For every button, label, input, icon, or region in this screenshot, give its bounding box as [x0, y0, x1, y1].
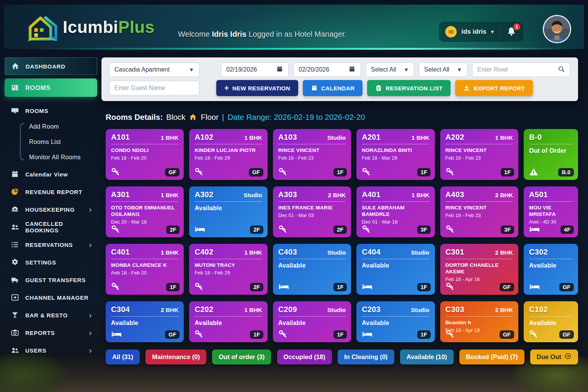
room-search[interactable]: [472, 62, 570, 77]
room-card-c401[interactable]: C401 1 BHK MONBA CLARENCE K Aeb 18 - Feb…: [106, 244, 184, 295]
status-filter-due-out[interactable]: Due Out: [530, 350, 578, 364]
block-select[interactable]: Select All ▼: [366, 62, 414, 77]
sidebar-item-rooms[interactable]: ROOMS: [5, 78, 97, 97]
sidebar-item-users[interactable]: USERS ›: [5, 342, 97, 359]
new-reservation-button[interactable]: + NEW RESERVATION: [216, 80, 298, 96]
room-card-footer: 2F: [278, 225, 347, 234]
sidebar-item-revenue-report[interactable]: REVENUE REPORT: [5, 183, 97, 200]
chevron-right-icon: ›: [89, 205, 92, 214]
room-card-header: A403 2 BHK: [446, 190, 513, 202]
reservation-list-button[interactable]: RESERVATION LIST: [367, 80, 451, 96]
room-card-a103[interactable]: A103 Studio RINCE VINCENT Feb 18 - Feb 2…: [273, 129, 351, 180]
sidebar-item-monitor-all-rooms[interactable]: Monitor All Rooms: [5, 150, 97, 165]
calendar-button[interactable]: CALENDAR: [303, 80, 363, 96]
room-card-c301[interactable]: C301 2 BHK DORTOR CHANELLE AKEME Feb 18 …: [440, 244, 518, 295]
chevron-down-icon: ▾: [491, 28, 494, 35]
room-card-a302[interactable]: A302 Studio Available 2F: [189, 186, 267, 237]
date-from-value: 02/19/2026: [226, 66, 257, 73]
notification-bell[interactable]: 1: [506, 26, 517, 37]
room-search-input[interactable]: [477, 66, 555, 73]
floor-badge: 3F: [501, 225, 514, 234]
pipe-separator: |: [222, 113, 224, 122]
room-card-c404[interactable]: C404 Studio Available 1F: [356, 244, 434, 295]
block-select-value: Select All: [371, 66, 396, 73]
room-card-a101[interactable]: A101 1 BHK CONDO NDOLI Feb 18 - Feb 20 G…: [106, 129, 184, 180]
status-filter-label: Maintenance (0): [152, 353, 200, 361]
user-name: ids idris: [461, 28, 486, 36]
rooms-submenu: Add Room Rooms List Monitor All Rooms: [5, 119, 97, 165]
sidebar-item-housekeeping[interactable]: HOUSEKEEPING ›: [5, 201, 97, 218]
user-avatar[interactable]: [543, 15, 571, 43]
room-card-c102[interactable]: C102 Available GF: [524, 301, 578, 342]
sidebar-item-rooms[interactable]: ROOMS: [5, 102, 97, 119]
status-filter-occupied-18[interactable]: Occupied (18): [277, 350, 332, 364]
room-card-footer: 4F: [529, 225, 574, 234]
room-card-footer: 1F: [278, 167, 347, 176]
room-card-a301[interactable]: A301 1 BHK OTO TOBOR EMMANUEL OSILAMAI1 …: [106, 186, 184, 237]
status-filter-label: Available (10): [407, 353, 447, 361]
room-card-c203[interactable]: C203 Studio Available 1F: [356, 301, 434, 342]
room-number: C404: [362, 248, 381, 256]
guest-name-field[interactable]: [109, 81, 199, 95]
status-filter-maintenance-0[interactable]: Maintenance (0): [145, 350, 206, 364]
floor-badge: GF: [559, 330, 574, 339]
floor-badge: 2F: [166, 225, 180, 234]
sidebar-item-dashboard[interactable]: DASHBOARD: [5, 57, 97, 75]
sidebar-item-add-room[interactable]: Add Room: [5, 119, 97, 134]
status-filter-out-of-order-3[interactable]: Out of order (3): [212, 350, 271, 364]
user-menu[interactable]: ✉ ids idris ▾ 1: [439, 21, 524, 42]
sidebar-item-settings[interactable]: SETTINGS: [5, 254, 97, 271]
room-number: A101: [111, 133, 130, 142]
room-card-c403[interactable]: C403 Studio Available 1F: [273, 244, 351, 295]
room-number: A302: [194, 190, 213, 199]
date-from-picker[interactable]: 02/19/2026: [221, 62, 289, 77]
room-card-footer: 3F: [362, 225, 430, 234]
guest-name-input[interactable]: [114, 85, 194, 91]
floor-select[interactable]: Select All ▼: [419, 62, 467, 77]
sidebar-item-cancelled-bookings[interactable]: CANCELLED BOOKINGS: [5, 219, 97, 235]
room-card-c209[interactable]: C209 Studio Available 1F: [273, 301, 351, 342]
room-card-c304[interactable]: C304 2 BHK Available GF: [106, 301, 184, 342]
room-card-a403[interactable]: A403 2 BHK RINCE VINCENT Feb 18 - Feb 23…: [440, 186, 518, 237]
key-icon: [278, 225, 287, 234]
sidebar-item-rooms-list[interactable]: Rooms List: [5, 134, 97, 150]
room-card-header: C404 Studio: [362, 248, 429, 259]
room-card-header: A101 1 BHK: [111, 133, 178, 144]
sidebar-item-reservations[interactable]: RESERVATIONS ›: [5, 236, 97, 253]
room-card-c402[interactable]: C402 1 BHK MUTONI TRACY Feb 18 - Feb 29 …: [189, 244, 267, 295]
room-dates: Feb 18 - Feb 20: [111, 155, 178, 161]
sidebar-item-channel-manager[interactable]: CHANNEL MANAGER: [5, 289, 97, 306]
room-card-header: C304 2 BHK: [111, 305, 178, 317]
room-card-c303[interactable]: C303 2 BHK Bcaoktn h Feb 18 - Apr 18 GF: [440, 301, 518, 342]
room-card-b-0[interactable]: B-0 Out of Order B.0: [524, 129, 578, 180]
sidebar-item-reports[interactable]: REPORTS ›: [5, 324, 97, 341]
room-card-a102[interactable]: A102 1 BHK KINDER LUC.IAN PIOTR Feb 18 -…: [189, 129, 267, 180]
sidebar-item-bar-resto[interactable]: BAR & RESTO ›: [5, 307, 97, 323]
clipboard-icon: [375, 85, 382, 91]
room-card-c302[interactable]: C302 Available GF: [524, 244, 578, 295]
room-card-a201[interactable]: A201 1 BHK NORAZLINDA BINTI Feb 18 - Mar…: [356, 129, 434, 180]
status-filter-all-31[interactable]: All (31): [106, 350, 140, 364]
property-select[interactable]: Cascadia Apartment ▼: [109, 62, 199, 77]
status-filter-in-cleaning-0[interactable]: In Cleaning (0): [338, 350, 394, 364]
room-type: 1 BHK: [244, 249, 262, 256]
app-logo: IcumbiPlus: [26, 11, 155, 44]
sidebar-item-calendar-view[interactable]: Calendar View: [5, 166, 97, 183]
sidebar-item-guest-transfers[interactable]: GUEST TRANSFERS: [5, 271, 97, 288]
room-card-c202[interactable]: C202 1 BHK Available 1F: [189, 301, 267, 342]
room-guest-or-status: RINCE VINCENT: [278, 147, 346, 154]
status-filter-available-10[interactable]: Available (10): [400, 350, 454, 364]
calendar-icon: [10, 170, 20, 178]
room-card-a303[interactable]: A303 2 BHK INES FRANCE MARIE Dec 01 - Ma…: [273, 186, 351, 237]
floor-badge: 2F: [333, 225, 347, 234]
room-card-a401[interactable]: A401 1 BHK SULE ABRAHAM BAMIDRLE Dec 01 …: [356, 186, 434, 237]
status-filter-booked-paid-7[interactable]: Booked (Paid) (7): [459, 350, 524, 364]
room-type: 1 BHK: [244, 134, 262, 141]
date-to-picker[interactable]: 02/20/2026: [293, 62, 361, 77]
room-card-a501[interactable]: A501 MOU VIE MRISTAFA Avel - 4D 30 4F: [524, 186, 578, 237]
date-range-label: Date Range: 2026-02-19 to 2026-02-20: [227, 113, 365, 122]
room-card-a202[interactable]: A202 1 BHK RINCE VINCENT Feb 18 - Feb 23…: [440, 129, 518, 180]
export-report-button[interactable]: EXPORT REPORT: [455, 80, 533, 96]
room-type: 2 BHK: [328, 192, 346, 199]
floor-badge: GF: [559, 283, 574, 291]
